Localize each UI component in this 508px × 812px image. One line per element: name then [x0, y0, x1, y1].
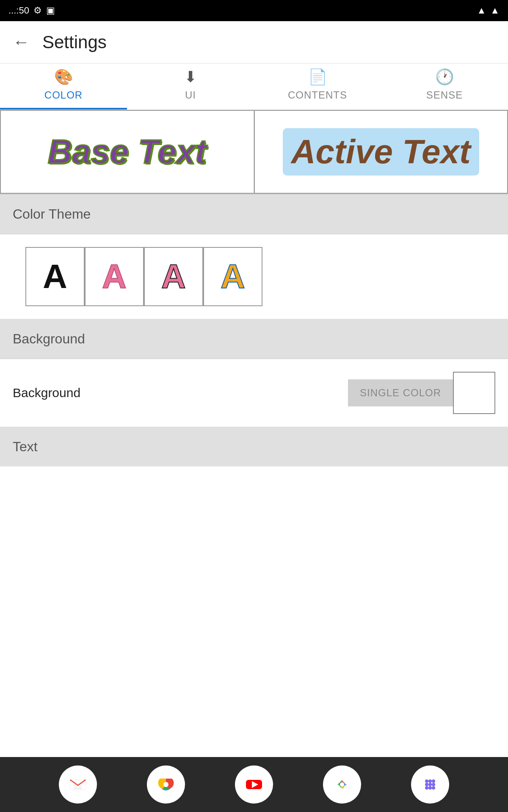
apps-icon[interactable] — [411, 765, 449, 804]
single-color-option[interactable]: SINGLE COLOR — [348, 379, 453, 406]
contents-tab-label: CONTENTS — [288, 89, 347, 101]
theme-option-gold-blue[interactable]: A — [203, 247, 262, 306]
preview-row: Base Text Active Text — [0, 110, 508, 195]
status-left: ...:50 ⚙ ▣ — [8, 5, 55, 16]
color-tab-icon: 🎨 — [54, 68, 73, 86]
status-time: ...:50 — [8, 5, 29, 16]
tab-color[interactable]: 🎨 COLOR — [0, 63, 127, 110]
theme-letter-pink2: A — [161, 257, 186, 296]
tab-ui[interactable]: ⬇ UI — [127, 63, 254, 110]
svg-point-14 — [425, 783, 428, 786]
single-color-label: SINGLE COLOR — [360, 387, 441, 398]
sense-tab-label: SENSE — [426, 89, 463, 101]
background-row-label: Background — [13, 386, 80, 400]
sim-icon: ▣ — [46, 5, 55, 16]
status-bar: ...:50 ⚙ ▣ ▲ ▲ — [0, 0, 508, 21]
svg-point-18 — [428, 786, 432, 790]
theme-option-black[interactable]: A — [25, 247, 85, 306]
theme-letter-black: A — [43, 257, 67, 296]
svg-point-11 — [425, 779, 428, 783]
svg-point-12 — [428, 779, 432, 783]
color-theme-section-header: Color Theme — [0, 195, 508, 234]
chrome-icon[interactable] — [147, 765, 185, 804]
theme-letter-gold: A — [221, 257, 245, 296]
base-text-preview: Base Text — [48, 132, 207, 171]
photos-icon[interactable] — [323, 765, 361, 804]
text-section-label: Text — [13, 439, 38, 454]
active-text-preview: Active Text — [283, 128, 479, 176]
white-color-option[interactable] — [453, 372, 495, 414]
svg-point-4 — [163, 782, 168, 787]
header: ← Settings — [0, 21, 508, 63]
settings-icon: ⚙ — [33, 5, 42, 16]
background-section-label: Background — [13, 331, 85, 346]
bottom-nav — [0, 757, 508, 812]
tab-contents[interactable]: 📄 CONTENTS — [254, 63, 381, 110]
tabs-bar: 🎨 COLOR ⬇ UI 📄 CONTENTS 🕐 SENSE — [0, 63, 508, 110]
signal-icon: ▲ — [490, 5, 500, 16]
ui-tab-icon: ⬇ — [184, 68, 197, 86]
text-section-header: Text — [0, 427, 508, 466]
svg-point-17 — [425, 786, 428, 790]
svg-point-9 — [340, 782, 344, 787]
youtube-icon[interactable] — [235, 765, 273, 804]
theme-letter-pink: A — [102, 257, 127, 296]
contents-tab-icon: 📄 — [308, 68, 327, 86]
color-tab-label: COLOR — [44, 89, 83, 101]
theme-option-pink-black[interactable]: A — [144, 247, 203, 306]
sense-tab-icon: 🕐 — [435, 68, 454, 86]
main-content: Base Text Active Text Color Theme A A A … — [0, 110, 508, 757]
svg-point-15 — [428, 783, 432, 786]
wifi-icon: ▲ — [477, 5, 486, 16]
background-row: Background SINGLE COLOR — [0, 359, 508, 427]
svg-point-19 — [432, 786, 435, 790]
tab-sense[interactable]: 🕐 SENSE — [381, 63, 508, 110]
svg-point-13 — [432, 779, 435, 783]
status-right: ▲ ▲ — [477, 5, 500, 16]
color-theme-label: Color Theme — [13, 206, 91, 222]
back-button[interactable]: ← — [13, 33, 30, 52]
svg-point-16 — [432, 783, 435, 786]
active-text-card[interactable]: Active Text — [254, 110, 508, 194]
background-section-header: Background — [0, 319, 508, 359]
theme-option-pink-outline[interactable]: A — [85, 247, 144, 306]
theme-options-row: A A A A — [0, 234, 508, 319]
base-text-card[interactable]: Base Text — [0, 110, 254, 194]
gmail-icon[interactable] — [59, 765, 97, 804]
page-title: Settings — [42, 32, 107, 52]
background-options: SINGLE COLOR — [348, 372, 495, 414]
ui-tab-label: UI — [185, 89, 196, 101]
